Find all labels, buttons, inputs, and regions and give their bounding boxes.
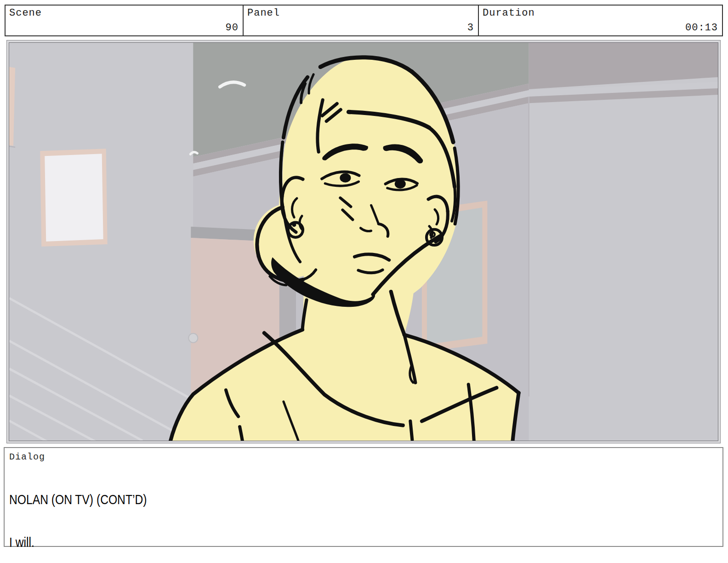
door-knob [188, 333, 198, 343]
duration-cell: Duration 00:13 [478, 6, 722, 35]
panel-label: Panel [247, 7, 280, 19]
right-eye [395, 179, 406, 189]
panel-cell: Panel 3 [243, 6, 478, 35]
duration-label: Duration [483, 7, 535, 19]
left-wall-picture-frame [40, 149, 107, 247]
dialog-label: Dialog [9, 452, 722, 462]
scene-label: Scene [9, 7, 42, 19]
scene-number: 90 [226, 22, 239, 34]
storyboard-frame-panel [6, 40, 721, 443]
panel-info-bar: Scene 90 Panel 3 Duration 00:13 [5, 5, 723, 36]
dialog-box: Dialog NOLAN (ON TV) (CONT’D) I will. [4, 447, 723, 547]
storyboard-image [9, 42, 718, 441]
dialog-speech-line: I will. [9, 535, 615, 550]
storyboard-scene-svg [9, 43, 718, 441]
panel-number: 3 [467, 22, 474, 34]
left-eye [340, 173, 351, 183]
duration-value: 00:13 [685, 22, 718, 34]
dialog-text: NOLAN (ON TV) (CONT’D) I will. [9, 464, 615, 563]
dialog-character-line: NOLAN (ON TV) (CONT’D) [9, 493, 615, 507]
scene-cell: Scene 90 [6, 6, 243, 35]
